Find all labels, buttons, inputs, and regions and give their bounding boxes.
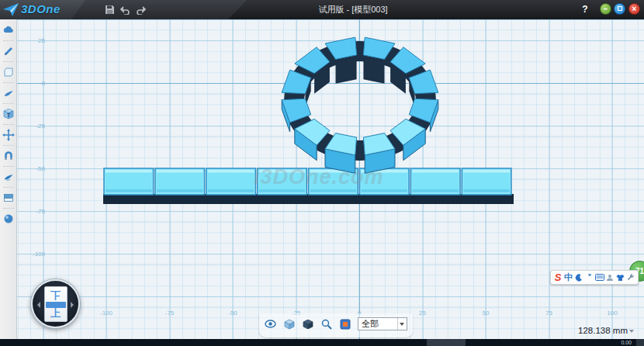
sidebar-divider [3,61,14,62]
sidebar-item-layers[interactable] [2,192,15,204]
view-box-icon [284,319,295,330]
sidebar-divider [3,145,14,146]
restore-button[interactable] [614,3,625,15]
ruler-y-label: 25 [19,37,45,44]
save-button[interactable] [103,3,116,16]
window-title: 试用版 - [模型003] [256,0,450,19]
display-filter-icon [340,319,351,330]
view-cube-front-label: 上 [45,306,67,320]
skin-shirt-icon[interactable] [615,272,625,283]
taskbar-button[interactable] [427,339,466,346]
ruler-x-label: 25 [419,310,426,317]
view-cube-face[interactable]: 上 上 [44,286,68,322]
bird-swoosh-icon [2,171,15,183]
cube-text-icon: T [2,108,15,120]
rotate-right-icon[interactable] [71,302,77,308]
ruler-y-label: -25 [19,123,45,130]
sidebar-item-text-feature[interactable]: T [2,108,15,120]
layers-icon [2,192,15,204]
ruler-x-label: -75 [165,310,175,317]
brand-text: 3DOne [21,2,61,16]
cloud-icon [2,24,15,36]
ime-mode-button[interactable]: 中 [563,272,573,283]
view-cube[interactable]: 上 上 [31,279,80,328]
sphere-icon [2,213,15,225]
eye-icon [265,320,276,328]
visibility-button[interactable] [265,317,277,330]
fullwidth-moon-icon[interactable] [574,272,583,283]
sidebar-divider [3,82,14,83]
save-icon [105,5,115,15]
shaded-box-icon [303,320,313,329]
measurement-value: 128.138 mm [578,326,628,335]
sogou-logo-icon[interactable]: S [553,272,563,283]
undo-icon [120,5,131,15]
move-arrows-icon [2,129,15,141]
pencil-icon [2,45,15,57]
swoosh-icon [2,87,15,99]
sidebar-item-cloud-model[interactable] [2,24,15,36]
magnet-icon [2,150,15,162]
wrench-icon[interactable] [626,272,635,283]
taskbar-tray [636,339,644,346]
sidebar-item-sketch-shape[interactable] [2,66,15,78]
tool-sidebar: T [0,19,17,339]
filter-button[interactable] [339,317,351,330]
sidebar-divider [3,187,14,188]
ruler-y-label: -50 [19,165,45,172]
sidebar-item-material[interactable] [2,213,15,225]
ime-toolbar: S 中 ’’ [550,270,639,285]
sidebar-divider [3,103,14,104]
sidebar-divider [3,208,14,209]
sidebar-item-assembly[interactable] [2,150,15,162]
minimize-button[interactable]: − [600,3,611,15]
svg-text:T: T [7,112,10,118]
measurement-readout: 128.138 mm [578,326,635,335]
sidebar-item-move[interactable] [2,129,15,141]
ruler-x-label: 100 [607,310,617,317]
user-icon[interactable] [605,272,615,283]
filter-dropdown-value: 全部 [358,318,397,330]
ruler-x-label: 50 [483,310,490,317]
ruler-x-label: -100 [100,310,113,317]
magnifier-icon [321,319,332,330]
grid-axis-horizontal [17,83,644,84]
taskbar: 0.00 [0,339,644,346]
punctuation-button[interactable]: ’’ [584,272,594,283]
sidebar-divider [3,166,14,167]
sidebar-item-deform[interactable] [2,171,15,183]
sidebar-divider [3,124,14,125]
zoom-button[interactable] [320,317,333,330]
measurement-chevron-icon[interactable] [629,330,635,335]
viewport[interactable]: -100 -75 -50 -25 0 25 50 75 100 25 0 -25… [17,19,644,339]
app-window: -100 -75 -50 -25 0 25 50 75 100 25 0 -25… [0,0,644,346]
ruler-y-label: -75 [19,208,45,215]
sidebar-divider [3,40,14,41]
taskbar-coords: 0.00 [621,339,632,346]
restore-icon [618,6,622,11]
filter-dropdown[interactable]: 全部 [358,317,407,330]
redo-icon [135,5,146,15]
ruler-x-label: 75 [545,310,552,317]
soft-keyboard-icon[interactable] [595,272,604,283]
ruler-y-label: 0 [19,80,45,87]
sidebar-item-special-feature[interactable] [2,87,15,99]
display-toolbar: 全部 [259,313,413,337]
grid-axis-vertical [359,19,360,339]
sidebar-item-sketch[interactable] [2,45,15,57]
ruler-x-label: -50 [228,310,237,317]
shading-button[interactable] [302,317,314,330]
view-mode-button[interactable] [283,317,296,330]
close-button[interactable]: × [628,3,640,15]
ruler-y-label: -100 [19,251,45,258]
help-button[interactable]: ? [579,3,591,16]
chevron-down-icon[interactable] [397,318,407,330]
rectangle-icon [2,66,15,78]
title-bar: 3DOne 试用版 - [模型003] ? − × [0,0,644,19]
app-logo-icon [2,2,19,17]
rotate-left-icon[interactable] [34,302,40,308]
undo-button[interactable] [119,3,132,16]
view-cube-top-label: 上 [45,288,67,302]
redo-button[interactable] [133,3,147,16]
